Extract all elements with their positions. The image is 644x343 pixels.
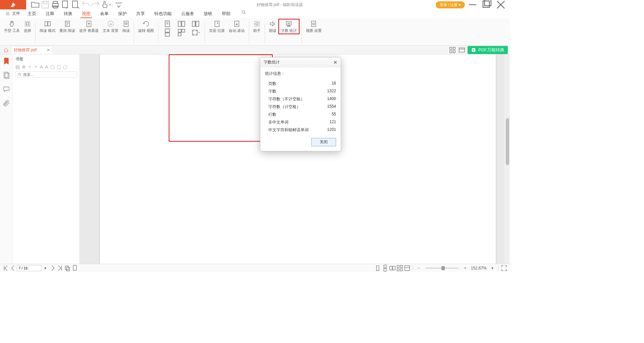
bookmarks-search-input[interactable] (23, 72, 74, 77)
bookmark-tool-icon[interactable]: ▢ (57, 64, 61, 69)
login-button[interactable]: 登录 / 注册▾ (436, 1, 465, 8)
text-size-icon[interactable]: A (40, 64, 43, 69)
page-paste-icon[interactable] (71, 265, 78, 272)
vertical-scrollbar[interactable] (504, 54, 510, 264)
reflow-button[interactable]: 重排 阅读 (57, 19, 77, 34)
print-icon[interactable] (50, 0, 60, 9)
bookmark-tool-icon[interactable]: ✧ (34, 64, 38, 69)
layout-cover-icon[interactable] (191, 20, 200, 28)
menu-tab-4[interactable]: 表单 (95, 9, 113, 18)
read-button[interactable]: 阅读 (120, 19, 132, 34)
zoom-out-button[interactable]: − (415, 265, 423, 272)
text-bg-button[interactable]: A文本 背景 (101, 19, 120, 34)
zoom-slider-thumb[interactable] (441, 266, 445, 270)
expand-all-icon[interactable]: ▤ (15, 64, 20, 69)
bookmark-tool-icon[interactable]: ✧ (28, 64, 32, 69)
menu-tab-2[interactable]: 转换 (59, 9, 77, 18)
tabstrip-home-icon[interactable] (1, 47, 11, 53)
grid-view-icon[interactable] (449, 46, 456, 54)
menu-tab-1[interactable]: 注释 (41, 9, 59, 18)
svg-rect-39 (450, 50, 452, 52)
comments-tab-icon[interactable] (2, 85, 10, 93)
menu-tab-9[interactable]: 放映 (199, 9, 217, 18)
layout-cont-icon[interactable] (381, 265, 389, 272)
svg-rect-38 (453, 47, 455, 49)
auto-scroll-button[interactable]: 自动 滚动 (227, 19, 247, 34)
zoom-in-button[interactable]: + (462, 265, 469, 272)
svg-rect-28 (215, 21, 219, 27)
document-viewport[interactable]: 字数统计 ✕ 统计信息： 页数16字数1322字符数（不计空格）1400字符数（… (80, 54, 510, 264)
bookmarks-tab-icon[interactable] (2, 57, 10, 65)
bookmarks-search[interactable] (15, 71, 77, 78)
document-tab[interactable]: 好物推荐.pdf ✕ (11, 46, 53, 54)
fit-page-icon[interactable]: ▾ (191, 29, 200, 36)
menu-tab-3[interactable]: 视图 (77, 9, 95, 18)
first-page-button[interactable] (2, 265, 9, 272)
add-bookmark-icon[interactable]: ⊕ (22, 64, 26, 69)
page-number-input[interactable] (17, 265, 42, 271)
save-icon[interactable] (40, 0, 50, 9)
menu-tab-5[interactable]: 保护 (113, 9, 131, 18)
attachments-tab-icon[interactable] (2, 99, 10, 107)
text-size-icon[interactable]: A (45, 64, 48, 69)
read-mode-button[interactable]: 阅读 模式 (38, 19, 57, 34)
redo-icon[interactable] (91, 0, 101, 9)
menu-tab-10[interactable]: 帮助 (217, 9, 235, 18)
menu-tab-7[interactable]: 特色功能 (150, 9, 176, 18)
fit-mode-icon[interactable] (404, 265, 411, 272)
svg-rect-1 (44, 1, 47, 4)
page-transition-button[interactable]: 页面 过渡 (207, 19, 227, 34)
page-action-icon[interactable] (60, 0, 70, 9)
hand-tool-label: 手型 工具 (4, 28, 20, 33)
rotate-view-button[interactable]: 旋转 视图 (136, 19, 156, 34)
svg-rect-58 (405, 265, 410, 271)
scrollbar-thumb[interactable] (506, 118, 509, 165)
zoom-dropdown-icon[interactable]: ▾ (489, 265, 496, 272)
layout-continuous-icon[interactable] (163, 29, 172, 36)
maximize-button[interactable] (480, 0, 493, 9)
last-page-button[interactable] (56, 265, 64, 272)
prev-page-button[interactable] (9, 265, 17, 272)
window-arrange-icon[interactable] (458, 46, 466, 54)
pdf-convert-button[interactable]: PDF万能转换 (468, 46, 508, 54)
menu-tab-8[interactable]: 云服务 (176, 9, 199, 18)
close-button[interactable] (494, 0, 507, 9)
pages-tab-icon[interactable] (2, 71, 10, 79)
zoom-slider[interactable] (425, 267, 459, 269)
page-copy-icon[interactable] (64, 265, 71, 272)
read-aloud-button[interactable]: 朗读 (267, 19, 278, 34)
search-button[interactable] (236, 9, 251, 18)
chevron-down-icon: ▾ (459, 3, 461, 7)
hand-tool-button[interactable]: 手型 工具 (2, 19, 22, 34)
layout-single-icon[interactable] (163, 20, 172, 28)
undo-icon[interactable] (80, 0, 91, 9)
menu-tab-0[interactable]: 主页 (23, 9, 41, 18)
touch-mode-icon[interactable]: ▾ (101, 0, 111, 9)
view-settings-button[interactable]: 视图 设置 (304, 19, 324, 34)
document-tab-close-icon[interactable]: ✕ (47, 48, 50, 52)
menu-tab-6[interactable]: 共享 (131, 9, 150, 18)
word-count-button[interactable]: AB字数 统计 (278, 19, 300, 34)
minimize-button[interactable] (466, 0, 479, 9)
file-menu[interactable]: 文件 (3, 11, 23, 16)
reverse-view-button[interactable]: 逆序 查看器 (77, 19, 101, 34)
layout-facing-cont-icon[interactable] (177, 29, 186, 36)
bookmark-tool-icon[interactable]: ▢ (63, 64, 67, 69)
select-tool-button[interactable]: 选择 (22, 19, 33, 34)
page-dropdown-icon[interactable]: ▾ (42, 265, 49, 272)
titlebar-right: 登录 / 注册▾ (436, 0, 507, 9)
dialog-close-icon[interactable]: ✕ (333, 60, 337, 65)
layout-facing-cont-icon[interactable] (396, 265, 404, 272)
layout-facing-icon[interactable] (389, 265, 396, 272)
page-export-icon[interactable] (70, 0, 80, 9)
layout-single-icon[interactable] (374, 265, 381, 272)
helper-button[interactable]: 助手 (251, 19, 263, 34)
open-file-icon[interactable] (30, 0, 40, 9)
next-page-button[interactable] (49, 265, 56, 272)
dialog-close-button[interactable]: 关闭 (311, 138, 336, 146)
bookmark-tool-icon[interactable]: ▢ (50, 64, 55, 69)
fullscreen-button[interactable] (500, 265, 508, 272)
app-logo (0, 0, 26, 9)
qat-customize-icon[interactable] (114, 0, 124, 9)
layout-facing-icon[interactable] (177, 20, 186, 28)
